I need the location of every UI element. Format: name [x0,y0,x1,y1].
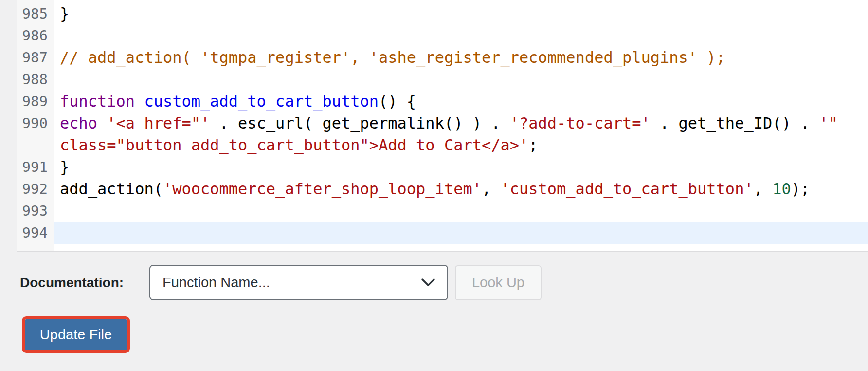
editor-code[interactable]: }// add_action( 'tgmpa_register', 'ashe_… [54,0,868,251]
code-token[interactable]: 'woocommerce_after_shop_loop_item' [163,180,482,198]
code-token[interactable]: , [754,180,773,198]
update-file-button[interactable]: Update File [25,319,127,350]
line-number: 985 [17,3,54,25]
line-number: 993 [17,200,54,222]
line-number: 991 [17,156,54,178]
code-line[interactable]: // add_action( 'tgmpa_register', 'ashe_r… [54,47,868,69]
code-token[interactable]: echo [60,114,97,132]
code-token[interactable]: } [60,158,69,176]
editor-gutter: 985986987988989990991992993994 [17,0,54,251]
code-line[interactable]: } [54,3,868,25]
code-token[interactable]: . esc_url( get_permalink() ) . [210,114,510,132]
code-line-active[interactable] [54,222,868,244]
code-token[interactable]: . get_the_ID() . [651,114,819,132]
code-token[interactable]: 10 [772,180,791,198]
code-token[interactable]: , [482,180,501,198]
line-number: 990 [17,112,54,134]
documentation-select-value: Function Name... [163,275,270,291]
code-token[interactable] [135,92,144,111]
documentation-select[interactable]: Function Name... [149,265,448,300]
code-line[interactable] [54,200,868,222]
code-token[interactable]: '" [819,114,838,132]
line-number: 994 [17,222,54,244]
lookup-button[interactable]: Look Up [455,265,542,300]
code-editor[interactable]: 985986987988989990991992993994 }// add_a… [17,0,868,252]
documentation-label: Documentation: [20,275,149,291]
update-file-row: Update File [25,319,868,350]
code-token[interactable]: // add_action( 'tgmpa_register', 'ashe_r… [60,48,725,67]
code-token[interactable]: custom_add_to_cart_button [144,92,379,111]
code-token[interactable]: '<a href="' [107,114,210,132]
code-token[interactable]: ); [791,180,810,198]
code-token[interactable]: 'custom_add_to_cart_button' [500,180,753,198]
code-line[interactable]: } [54,156,868,178]
code-token[interactable] [97,114,107,132]
code-line[interactable] [54,25,868,47]
code-line[interactable]: add_action('woocommerce_after_shop_loop_… [54,178,868,200]
code-token[interactable]: '?add-to-cart=' [510,114,651,132]
documentation-row: Documentation: Function Name... Look Up [20,265,868,300]
code-token[interactable]: class="button add_to_cart_button">Add to… [60,136,528,154]
code-token[interactable]: } [60,4,69,23]
line-number: 989 [17,91,54,112]
code-line[interactable]: function custom_add_to_cart_button() { [54,91,868,112]
code-token[interactable]: ; [528,136,538,154]
code-token[interactable]: function [60,92,135,111]
code-line[interactable]: class="button add_to_cart_button">Add to… [54,134,868,156]
line-number: 987 [17,47,54,69]
code-line[interactable]: echo '<a href="' . esc_url( get_permalin… [54,112,868,134]
chevron-down-icon [421,278,435,287]
code-line[interactable] [54,69,868,91]
line-number: 992 [17,178,54,200]
line-number: 986 [17,25,54,47]
code-token[interactable]: add_action( [60,180,163,198]
code-token[interactable]: () { [379,92,416,111]
line-number: 988 [17,69,54,91]
line-number [17,134,54,156]
